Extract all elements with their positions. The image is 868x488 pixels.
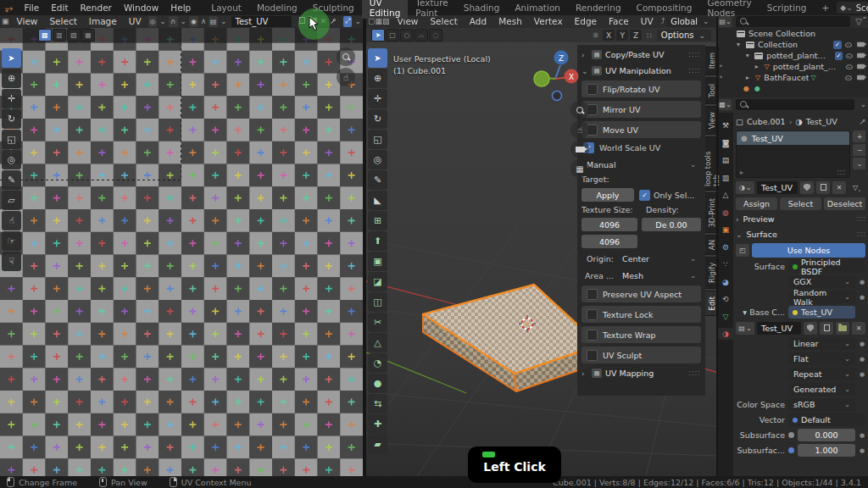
vp-tool-bevel[interactable]: ◪ bbox=[368, 272, 387, 291]
assign-button[interactable]: Assign bbox=[736, 197, 777, 210]
toggle-texture-wrap[interactable]: Texture Wrap bbox=[581, 326, 701, 343]
gizmo-y-axis[interactable] bbox=[534, 71, 549, 86]
surface-shader-select[interactable]: Principled BSDF bbox=[788, 260, 865, 273]
select-tool-tweak[interactable]: ➤ bbox=[371, 29, 385, 42]
uv-edge-select-mode[interactable]: ▥ bbox=[53, 29, 66, 42]
add-slot-button[interactable]: + bbox=[853, 130, 865, 142]
workspace-tab-shading[interactable]: Shading bbox=[456, 2, 508, 14]
outliner-row[interactable]: •▸▽BathFaucet▽⊙ bbox=[718, 72, 868, 83]
extension-select[interactable]: Repeat⌄ bbox=[788, 368, 855, 380]
outliner-item-label[interactable]: Scene Collection bbox=[747, 29, 815, 38]
remove-slot-button[interactable]: − bbox=[853, 144, 865, 156]
menu-edit[interactable]: Edit bbox=[45, 3, 74, 13]
outliner-row[interactable]: ▾potted_plant_02✓⊙ bbox=[718, 50, 868, 61]
chevron-down-icon[interactable]: ⌄ bbox=[158, 17, 168, 25]
mirror-z-button[interactable]: Z bbox=[630, 30, 642, 41]
add-workspace-button[interactable]: + bbox=[814, 2, 837, 14]
check-world-scale-uv[interactable]: ✓World Scale UV bbox=[581, 141, 701, 154]
panel-header-uv-manipulation[interactable]: ⌄▤UV Manipulation:::: bbox=[581, 64, 701, 77]
decorator-dot[interactable]: ● bbox=[859, 432, 865, 439]
disable-render-icon[interactable] bbox=[855, 74, 865, 82]
dropdown-mesh[interactable]: Mesh⌄ bbox=[617, 269, 701, 282]
select-tool-lasso[interactable]: ⌓ bbox=[415, 29, 428, 42]
vp-tool-smooth[interactable]: ● bbox=[368, 374, 387, 393]
uv-tool-rotate[interactable]: ↻ bbox=[2, 109, 21, 129]
editor-divider[interactable] bbox=[363, 14, 366, 476]
blender-logo-icon[interactable]: ⥅ bbox=[0, 2, 19, 14]
workspace-tab-animation[interactable]: Animation bbox=[507, 2, 568, 14]
color-space-select[interactable]: sRGB⌄ bbox=[788, 398, 855, 411]
zoom-icon[interactable] bbox=[337, 47, 355, 66]
workspace-tab-layout[interactable]: Layout bbox=[203, 2, 249, 14]
uv-tool-move[interactable]: ✛ bbox=[2, 89, 21, 108]
material-slot-item[interactable]: ●Test_UV bbox=[737, 131, 849, 145]
material-name-field[interactable]: Test_UV bbox=[757, 181, 798, 194]
chevron-down-icon[interactable]: ⌄ bbox=[179, 17, 189, 25]
vp-tool-tweak[interactable]: ➤ bbox=[368, 48, 387, 68]
mirror-y-button[interactable]: Y bbox=[616, 30, 628, 41]
outliner-row[interactable]: •▸▽potted_plant_02_⊙ bbox=[718, 61, 868, 72]
properties-search-input[interactable] bbox=[736, 99, 854, 110]
properties-tab-physics[interactable]: ◕ bbox=[718, 276, 733, 288]
visibility-checkbox[interactable]: ✓ bbox=[835, 52, 843, 60]
properties-tab-object[interactable]: ▣ bbox=[718, 224, 733, 236]
unlink-icon[interactable]: ✕ bbox=[832, 181, 846, 194]
pivot-point-icon[interactable]: ◎ bbox=[148, 16, 158, 27]
properties-tab-modifiers[interactable]: ⚙ bbox=[718, 241, 733, 253]
source-select[interactable]: Generated⌄ bbox=[788, 383, 855, 396]
workspace-tab-modeling[interactable]: Modeling bbox=[249, 2, 305, 14]
editor-divider[interactable] bbox=[716, 14, 718, 476]
use-nodes-button[interactable]: Use Nodes bbox=[752, 243, 865, 258]
checkbox[interactable] bbox=[587, 330, 598, 341]
workspace-tab-geometry-nodes[interactable]: Geometry Nodes bbox=[699, 0, 759, 19]
vp-tool-cursor[interactable]: ⊕ bbox=[368, 69, 387, 88]
uv-menu-uv[interactable]: UV bbox=[123, 16, 147, 26]
decorator-dot[interactable]: ● bbox=[859, 341, 865, 347]
filter-icon[interactable]: ▽˛ bbox=[849, 181, 865, 194]
editor-type-icon[interactable]: ▩⌄ bbox=[719, 99, 732, 110]
decorator-dot[interactable]: ● bbox=[859, 279, 865, 286]
uv-tool-relax[interactable]: ☞ bbox=[2, 231, 21, 251]
toggle-mirror-uv[interactable]: Mirror UV bbox=[581, 101, 701, 118]
outliner-item-label[interactable]: potted_plant_02_ bbox=[771, 62, 841, 71]
vp-tool-spin[interactable]: ◔ bbox=[368, 353, 387, 373]
uv-face-select-mode[interactable]: ▧ bbox=[67, 29, 81, 42]
outliner-row[interactable]: Scene Collection bbox=[718, 28, 868, 39]
texture-size-y-field[interactable]: 4096 bbox=[581, 235, 637, 248]
vp-tool-loop-cut[interactable]: ◫ bbox=[368, 292, 387, 312]
select-tool-paint[interactable]: ◌ bbox=[429, 29, 442, 42]
vp-tool-extrude-region[interactable]: ⬆ bbox=[368, 231, 387, 251]
checkbox[interactable] bbox=[587, 289, 598, 300]
panel-grip-icon[interactable]: :::: bbox=[688, 67, 701, 75]
panel-header-copy-paste-uv[interactable]: ›▤Copy/Paste UV:::: bbox=[581, 48, 701, 61]
vp-tool-poly-build[interactable]: △ bbox=[368, 333, 387, 352]
vp-tool-rotate[interactable]: ↻ bbox=[368, 109, 387, 129]
checkbox[interactable] bbox=[587, 350, 598, 361]
menu-file[interactable]: File bbox=[19, 3, 46, 13]
checkbox[interactable]: ✓ bbox=[639, 190, 650, 201]
expand-icon[interactable]: ▾ bbox=[737, 41, 744, 48]
toggle-uv-sculpt[interactable]: UV Sculpt bbox=[581, 347, 701, 363]
toggle-texture-lock[interactable]: Texture Lock bbox=[581, 306, 701, 323]
pan-hand-icon[interactable]: ☝ bbox=[570, 120, 589, 139]
toggle-flip-rotate-uv[interactable]: Flip/Rotate UV bbox=[581, 80, 701, 97]
select-tool-circle[interactable]: ○ bbox=[400, 29, 414, 42]
expand-icon[interactable]: ▾ bbox=[746, 52, 754, 59]
panel-header-preview[interactable]: ›Preview:::: bbox=[736, 213, 865, 225]
workspace-tab-uv-editing[interactable]: UV Editing bbox=[362, 0, 409, 19]
vp-tool-scale[interactable]: ◱ bbox=[368, 130, 387, 149]
uv-tool-annotate[interactable]: ✎ bbox=[2, 170, 21, 190]
outliner-item-label[interactable]: Collection bbox=[756, 40, 798, 49]
image-browse-icon[interactable]: ▤⌄ bbox=[736, 322, 754, 335]
copy-icon[interactable] bbox=[820, 322, 833, 335]
snap-icon[interactable]: ∩ bbox=[169, 16, 178, 27]
distribution-select[interactable]: GGX⌄ bbox=[788, 275, 855, 288]
toggle-preserve-uv-aspect[interactable]: Preserve UV Aspect bbox=[581, 286, 701, 302]
hide-eye-icon[interactable]: ⊙ bbox=[843, 74, 854, 82]
base-color-value[interactable]: Test_UV bbox=[788, 306, 855, 319]
panel-header-uv-mapping[interactable]: ›▤UV Mapping:::: bbox=[581, 367, 701, 380]
toggle-move-uv[interactable]: Move UV bbox=[581, 121, 701, 138]
properties-tab-constraints[interactable]: ⟲ bbox=[718, 293, 733, 305]
density-field[interactable]: De 0.00 bbox=[642, 218, 701, 231]
editor-type-icon[interactable]: ▣ bbox=[0, 17, 11, 25]
